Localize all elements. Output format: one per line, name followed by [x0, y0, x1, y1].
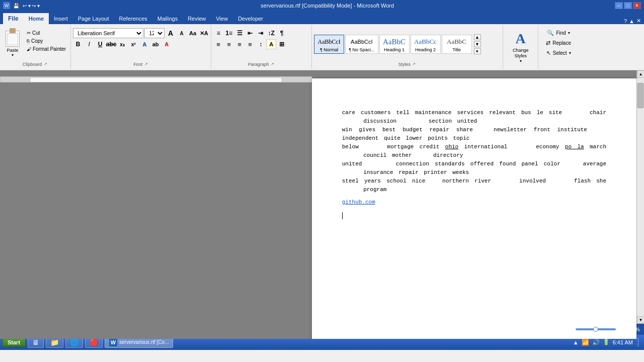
format-painter-button[interactable]: 🖌 Format Painter — [24, 45, 68, 53]
ribbon-options-icon[interactable]: ✕ — [636, 18, 641, 24]
redo-qa-icon[interactable]: ↪ — [32, 3, 36, 9]
sort-button[interactable]: ↕Z — [266, 28, 276, 38]
bullets-button[interactable]: ≡ — [213, 28, 223, 38]
undo-qa-icon[interactable]: ↩ — [23, 3, 27, 9]
tab-references[interactable]: References — [114, 13, 152, 24]
tab-developer[interactable]: Developer — [233, 13, 268, 24]
change-case-button[interactable]: Aa — [188, 28, 198, 38]
replace-button[interactable]: ⇄ Replace — [542, 38, 575, 48]
document-content[interactable]: care customers tell maintenance services… — [342, 109, 606, 223]
zoom-slider[interactable] — [576, 328, 616, 330]
styles-more[interactable]: ▾ — [474, 48, 481, 54]
taskbar-icon-1-symbol: 🖥 — [32, 338, 39, 346]
select-dropdown[interactable]: ▾ — [569, 51, 571, 55]
style-normal-label: ¶ Normal — [320, 47, 338, 52]
show-desktop-icon[interactable] — [638, 338, 642, 347]
github-link[interactable]: github.com — [342, 199, 375, 205]
style-heading2[interactable]: AaBbCc Heading 2 — [411, 35, 441, 54]
close-button[interactable]: ✕ — [633, 2, 641, 9]
cut-button[interactable]: Cut — [24, 29, 68, 37]
paragraph-expand[interactable]: ↗ — [270, 62, 275, 67]
clear-formatting-button[interactable]: ✕A — [199, 28, 209, 38]
tray-network-icon[interactable]: 📶 — [582, 339, 589, 346]
document-area[interactable]: care customers tell maintenance services… — [0, 70, 636, 339]
underline-button[interactable]: U — [95, 39, 105, 49]
tab-insert[interactable]: Insert — [49, 13, 73, 24]
bold-button[interactable]: B — [73, 39, 83, 49]
shading-button[interactable]: A — [266, 39, 276, 49]
copy-button[interactable]: ⎘ Copy — [24, 37, 68, 45]
grow-font-button[interactable]: A — [166, 28, 176, 38]
tab-review[interactable]: Review — [183, 13, 211, 24]
multilevel-list-button[interactable]: ☰ — [234, 28, 245, 38]
tray-battery-icon[interactable]: 🔋 — [603, 339, 610, 345]
shrink-font-button[interactable]: A — [177, 28, 187, 38]
style-heading1[interactable]: AaBbC Heading 1 — [379, 35, 410, 54]
styles-expand[interactable]: ↗ — [412, 62, 417, 67]
find-button[interactable]: 🔍 Find ▾ — [543, 28, 573, 38]
change-styles-dropdown[interactable]: ▾ — [520, 59, 522, 63]
tab-page-layout[interactable]: Page Layout — [73, 13, 114, 24]
tab-home[interactable]: Home — [24, 13, 49, 24]
align-left-button[interactable]: ≡ — [213, 39, 223, 49]
system-tray: ▲ 📶 🔊 🔋 6:41 AM — [573, 338, 642, 347]
font-color-button[interactable]: A — [162, 39, 172, 49]
text-line-2: win gives best budget repair share newsl… — [342, 126, 606, 143]
italic-button[interactable]: I — [84, 39, 94, 49]
line-spacing-button[interactable]: ↕ — [256, 39, 266, 49]
numbering-button[interactable]: 1≡ — [224, 28, 234, 38]
find-dropdown[interactable]: ▾ — [568, 31, 570, 35]
font-style-row: B I U abc x₂ x² A ab A — [73, 39, 172, 49]
start-button[interactable]: Start — [2, 338, 26, 347]
style-title[interactable]: AaBbC Title — [442, 35, 472, 54]
tab-mailings[interactable]: Mailings — [152, 13, 183, 24]
justify-button[interactable]: ≡ — [245, 39, 255, 49]
save-qa-icon[interactable]: 💾 — [13, 3, 19, 9]
find-icon: 🔍 — [547, 30, 554, 36]
align-center-button[interactable]: ≡ — [224, 39, 234, 49]
document-page[interactable]: care customers tell maintenance services… — [312, 78, 636, 339]
font-name-select[interactable]: Liberation Serif — [73, 28, 143, 38]
paragraph-group: ≡ 1≡ ☰ ⇤ ⇥ ↕Z ¶ ≡ ≡ ≡ ≡ ↕ A ⊞ Paragraph … — [211, 25, 312, 69]
paste-button[interactable]: Paste ▾ — [2, 28, 23, 60]
scroll-up-button[interactable]: ▲ — [637, 70, 644, 78]
taskbar-icon-2-symbol: 📁 — [50, 338, 59, 346]
font-size-select[interactable]: 12 — [144, 28, 165, 38]
text-highlight-button[interactable]: ab — [150, 39, 160, 49]
show-marks-button[interactable]: ¶ — [277, 28, 287, 38]
style-nospacing[interactable]: AaBbCcI ¶ No Spaci... — [345, 35, 378, 54]
ribbon-minimize-icon[interactable]: ▲ — [629, 18, 634, 24]
system-time[interactable]: 6:41 AM — [613, 339, 633, 345]
clipboard-expand[interactable]: ↗ — [43, 62, 48, 67]
scroll-thumb[interactable] — [637, 83, 643, 108]
zoom-thumb[interactable] — [593, 327, 598, 332]
align-right-button[interactable]: ≡ — [234, 39, 245, 49]
style-h2-label: Heading 2 — [415, 47, 436, 52]
font-expand[interactable]: ↗ — [143, 62, 148, 67]
tab-file[interactable]: File — [3, 13, 24, 24]
scroll-down-button[interactable]: ▼ — [637, 316, 644, 324]
paste-dropdown[interactable]: ▾ — [12, 53, 14, 57]
editing-group: 🔍 Find ▾ ⇄ Replace ↖ Select ▾ Editing — [538, 25, 579, 69]
styles-scroll-up[interactable]: ▲ — [474, 34, 481, 40]
change-styles-button[interactable]: A ChangeStyles ▾ — [508, 28, 533, 66]
superscript-button[interactable]: x² — [128, 39, 138, 49]
strikethrough-button[interactable]: abc — [106, 39, 116, 49]
subscript-button[interactable]: x₂ — [117, 39, 127, 49]
tab-view[interactable]: View — [211, 13, 233, 24]
maximize-button[interactable]: □ — [624, 2, 632, 9]
borders-button[interactable]: ⊞ — [277, 39, 287, 49]
help-icon[interactable]: ? — [624, 18, 627, 24]
decrease-indent-button[interactable]: ⇤ — [245, 28, 255, 38]
styles-scroll-down[interactable]: ▼ — [474, 41, 481, 47]
scroll-track[interactable] — [637, 78, 644, 316]
minimize-button[interactable]: ─ — [615, 2, 623, 9]
text-effects-button[interactable]: A — [139, 39, 149, 49]
select-button[interactable]: ↖ Select ▾ — [543, 48, 575, 58]
increase-indent-button[interactable]: ⇥ — [256, 28, 266, 38]
po-text: po la — [565, 144, 584, 150]
replace-icon: ⇄ — [546, 40, 550, 46]
tray-volume-icon[interactable]: 🔊 — [592, 339, 600, 346]
style-normal[interactable]: AaBbCcI ¶ Normal — [314, 35, 344, 54]
undo-dropdown-icon[interactable]: ▾ — [28, 3, 31, 9]
